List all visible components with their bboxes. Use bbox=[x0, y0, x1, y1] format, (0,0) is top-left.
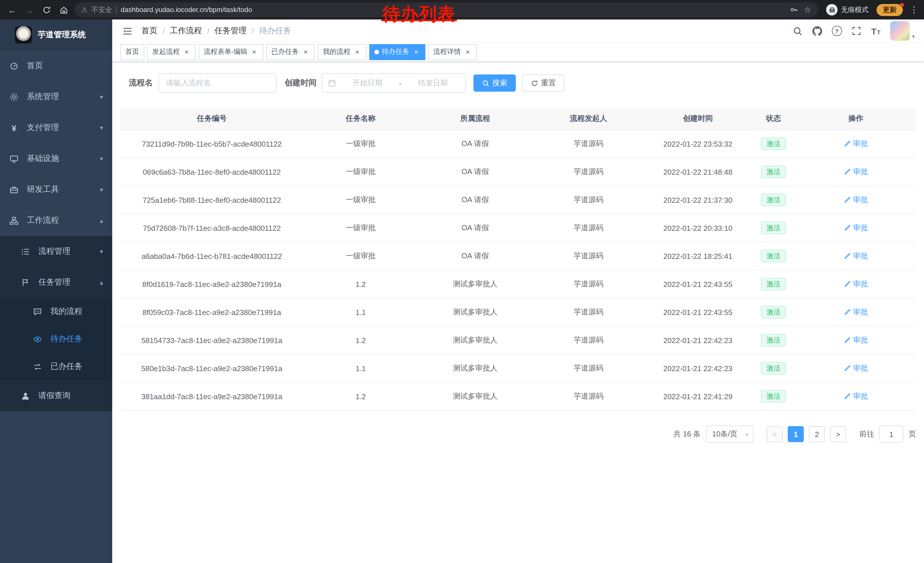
status-cell: 激活 bbox=[751, 214, 796, 242]
reset-button[interactable]: 重置 bbox=[522, 75, 564, 92]
status-badge: 激活 bbox=[761, 194, 786, 206]
password-key-icon[interactable] bbox=[790, 6, 798, 14]
table-row: 73211d9d-7b9b-11ec-b5b7-acde48001122 一级审… bbox=[120, 130, 916, 158]
status-badge: 激活 bbox=[761, 362, 786, 375]
start-date-placeholder[interactable]: 开始日期 bbox=[340, 78, 394, 88]
task-name-cell: 1.2 bbox=[303, 326, 418, 354]
app-logo[interactable]: 芋道管理系统 bbox=[0, 20, 112, 50]
status-cell: 激活 bbox=[751, 130, 796, 158]
sidebar-item-system-mgmt[interactable]: 系统管理 ▾ bbox=[0, 81, 112, 112]
sidebar-item-my-process[interactable]: 我的流程 bbox=[0, 298, 112, 325]
search-icon[interactable] bbox=[793, 26, 802, 36]
process-cell: 测试多审批人 bbox=[418, 270, 532, 298]
sidebar-item-process-mgmt[interactable]: 流程管理 ▾ bbox=[0, 236, 112, 267]
table-row: 75d72608-7b7f-11ec-a3c8-acde48001122 一级审… bbox=[120, 214, 916, 242]
tab-process-form-edit[interactable]: 流程表单-编辑 × bbox=[199, 44, 263, 60]
sidebar-item-todo-tasks[interactable]: 待办任务 bbox=[0, 325, 112, 353]
tab-todo-tasks[interactable]: 待办任务 × bbox=[369, 44, 425, 60]
approve-link[interactable]: 审批 bbox=[844, 195, 868, 205]
tab-process-detail[interactable]: 流程详情 × bbox=[428, 44, 477, 60]
url-text[interactable]: dashboard.yudao.iocoder.cn/bpm/task/todo bbox=[121, 6, 252, 14]
approve-link[interactable]: 审批 bbox=[844, 335, 868, 345]
omnibox-divider bbox=[116, 6, 117, 13]
approve-link[interactable]: 审批 bbox=[844, 251, 868, 261]
security-label[interactable]: 不安全 bbox=[92, 5, 112, 15]
approve-link[interactable]: 审批 bbox=[844, 363, 868, 374]
create-time-range-picker[interactable]: 开始日期 - 结束日期 bbox=[322, 73, 466, 93]
page-size-select[interactable]: 10条/页 ▾ bbox=[706, 426, 753, 443]
close-icon[interactable]: × bbox=[353, 48, 361, 56]
fullscreen-icon[interactable] bbox=[852, 26, 861, 36]
sidebar-item-done-tasks[interactable]: 已办任务 bbox=[0, 353, 112, 380]
col-process: 所属流程 bbox=[418, 108, 532, 130]
task-id-cell: 75d72608-7b7f-11ec-a3c8-acde48001122 bbox=[120, 214, 303, 242]
close-icon[interactable]: × bbox=[412, 48, 420, 56]
sidebar-toggle-icon[interactable] bbox=[123, 26, 132, 36]
sidebar-item-infrastructure[interactable]: 基础设施 ▾ bbox=[0, 143, 112, 174]
task-id-cell: 8f059c03-7ac8-11ec-a9e2-a2380e71991a bbox=[120, 298, 303, 326]
sidebar-item-leave-query[interactable]: 请假查询 bbox=[0, 380, 112, 411]
tab-start-process[interactable]: 发起流程 × bbox=[147, 44, 196, 60]
process-name-input[interactable]: 请输入流程名 bbox=[159, 73, 276, 93]
approve-link[interactable]: 审批 bbox=[844, 391, 868, 401]
tab-home[interactable]: 首页 bbox=[120, 44, 144, 60]
todo-task-table: 任务编号 任务名称 所属流程 流程发起人 创建时间 状态 操作 73211d9d… bbox=[120, 108, 916, 411]
approve-link[interactable]: 审批 bbox=[844, 279, 868, 289]
initiator-cell: 芋道源码 bbox=[532, 214, 645, 242]
reload-icon[interactable] bbox=[40, 3, 52, 16]
task-name-cell: 1.2 bbox=[303, 382, 418, 410]
bookmark-star-icon[interactable]: ☆ bbox=[804, 5, 811, 14]
task-id-cell: 580e1b3d-7ac8-11ec-a9e2-a2380e71991a bbox=[120, 354, 303, 382]
search-button[interactable]: 搜索 bbox=[474, 75, 516, 92]
task-id-cell: 069c6a63-7b8a-11ec-8ef0-acde48001122 bbox=[120, 158, 303, 186]
breadcrumb-task-mgmt[interactable]: 任务管理 bbox=[214, 26, 247, 36]
avatar[interactable] bbox=[890, 21, 910, 41]
breadcrumb-workflow[interactable]: 工作流程 bbox=[170, 26, 202, 36]
font-size-icon[interactable]: TT bbox=[871, 27, 880, 35]
sidebar: 芋道管理系统 首页 系统管理 ▾ ¥ 支付管理 ▾ 基础设施 ▾ bbox=[0, 20, 112, 563]
end-date-placeholder[interactable]: 结束日期 bbox=[406, 78, 460, 88]
task-name-cell: 1.2 bbox=[303, 270, 418, 298]
user-menu[interactable]: ▾ bbox=[890, 21, 915, 41]
sidebar-item-payment-mgmt[interactable]: ¥ 支付管理 ▾ bbox=[0, 112, 112, 143]
approve-link[interactable]: 审批 bbox=[844, 223, 868, 233]
actions-cell: 审批 bbox=[796, 158, 916, 186]
status-cell: 激活 bbox=[751, 158, 796, 186]
created-cell: 2022-01-22 20:33:10 bbox=[645, 214, 751, 242]
col-task-name: 任务名称 bbox=[303, 108, 418, 130]
goto-page-input[interactable]: 1 bbox=[879, 426, 903, 443]
sidebar-item-workflow[interactable]: 工作流程 ▴ bbox=[0, 205, 112, 236]
sidebar-item-task-mgmt[interactable]: 任务管理 ▴ bbox=[0, 267, 112, 298]
initiator-cell: 芋道源码 bbox=[532, 130, 645, 158]
home-icon[interactable] bbox=[57, 3, 70, 16]
close-icon[interactable]: × bbox=[250, 48, 258, 56]
breadcrumb-home[interactable]: 首页 bbox=[141, 26, 158, 36]
sidebar-item-dev-tools[interactable]: 研发工具 ▾ bbox=[0, 174, 112, 205]
tab-done-tasks[interactable]: 已办任务 × bbox=[266, 44, 315, 60]
prev-page-button[interactable]: < bbox=[766, 426, 783, 442]
close-icon[interactable]: × bbox=[302, 48, 310, 56]
table-body: 73211d9d-7b9b-11ec-b5b7-acde48001122 一级审… bbox=[120, 130, 916, 410]
approve-link[interactable]: 审批 bbox=[844, 139, 868, 149]
help-icon[interactable]: ? bbox=[831, 26, 842, 36]
process-list-icon bbox=[21, 247, 30, 256]
page-button-2[interactable]: 2 bbox=[809, 426, 825, 442]
close-icon[interactable]: × bbox=[183, 48, 190, 56]
created-cell: 2022-01-21 22:42:23 bbox=[645, 354, 751, 382]
page-button-1[interactable]: 1 bbox=[788, 426, 804, 442]
github-icon[interactable] bbox=[812, 26, 822, 36]
sidebar-item-home[interactable]: 首页 bbox=[0, 50, 112, 81]
browser-menu-icon[interactable]: ⋮ bbox=[910, 5, 918, 15]
close-icon[interactable]: × bbox=[464, 48, 472, 56]
next-page-button[interactable]: > bbox=[830, 426, 846, 442]
back-icon[interactable]: ← bbox=[6, 3, 18, 16]
status-cell: 激活 bbox=[751, 354, 796, 382]
approve-link[interactable]: 审批 bbox=[844, 307, 868, 317]
dashboard-icon bbox=[10, 62, 18, 70]
approve-link[interactable]: 审批 bbox=[844, 167, 868, 177]
tab-my-process[interactable]: 我的流程 × bbox=[318, 44, 366, 60]
update-button[interactable]: 更新 bbox=[876, 4, 903, 16]
table-row: 8f0d1619-7ac8-11ec-a9e2-a2380e71991a 1.2… bbox=[120, 270, 916, 298]
forward-icon[interactable]: → bbox=[23, 3, 36, 16]
actions-cell: 审批 bbox=[796, 382, 916, 410]
